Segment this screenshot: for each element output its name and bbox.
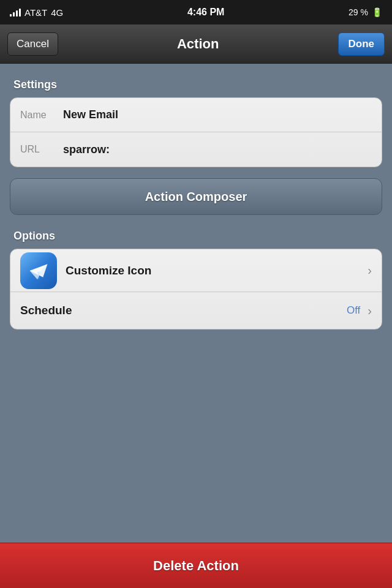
name-value: New Email [63, 108, 372, 121]
status-right: 29 % 🔋 [349, 7, 382, 17]
schedule-chevron-icon: › [368, 304, 372, 318]
status-left: AT&T 4G [10, 7, 63, 18]
schedule-right: Off › [347, 304, 372, 318]
settings-section-label: Settings [10, 78, 382, 91]
action-composer-button[interactable]: Action Composer [10, 178, 382, 215]
delete-action-label: Delete Action [153, 558, 239, 574]
schedule-row[interactable]: Schedule Off › [10, 292, 382, 329]
customize-icon-label: Customize Icon [66, 264, 363, 277]
delete-action-button[interactable]: Delete Action [0, 543, 392, 588]
options-card: Customize Icon › Schedule Off › [10, 249, 382, 330]
customize-icon-row[interactable]: Customize Icon › [10, 249, 382, 292]
name-label: Name [20, 110, 63, 121]
chevron-right-icon: › [368, 263, 372, 277]
main-content: Settings Name New Email URL sparrow: Act… [0, 64, 392, 330]
name-row: Name New Email [10, 98, 382, 132]
url-value: sparrow: [63, 143, 372, 156]
paper-plane-icon [28, 260, 50, 282]
cancel-button[interactable]: Cancel [7, 32, 58, 56]
signal-icon [10, 8, 21, 17]
schedule-value: Off [347, 304, 360, 317]
url-row: URL sparrow: [10, 132, 382, 167]
battery-icon: 🔋 [372, 7, 382, 17]
status-time: 4:46 PM [187, 7, 224, 18]
status-bar: AT&T 4G 4:46 PM 29 % 🔋 [0, 0, 392, 24]
nav-title: Action [177, 36, 219, 52]
nav-bar: Cancel Action Done [0, 24, 392, 64]
url-label: URL [20, 144, 63, 155]
options-section-label: Options [10, 230, 382, 243]
carrier-label: AT&T [24, 7, 47, 18]
done-button[interactable]: Done [338, 32, 385, 56]
battery-label: 29 % [349, 7, 368, 17]
network-label: 4G [51, 7, 63, 18]
action-composer-label: Action Composer [145, 190, 247, 204]
schedule-label: Schedule [20, 304, 347, 317]
settings-card: Name New Email URL sparrow: [10, 97, 382, 167]
app-icon [20, 252, 57, 289]
